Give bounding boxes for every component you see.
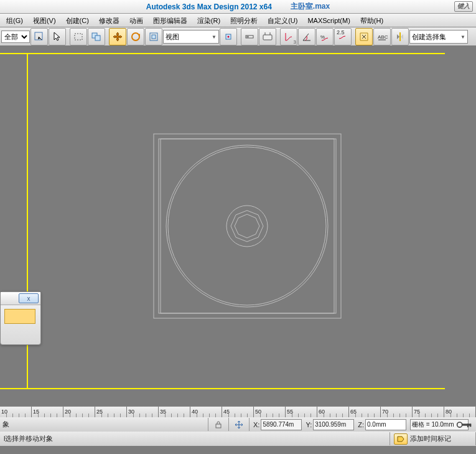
percent-snap-btn[interactable]: %	[316, 28, 334, 45]
ref-coord-system-combo[interactable]: 视图	[163, 30, 219, 44]
ruler-tick: 80	[444, 407, 476, 418]
named-selection-label: 创建选择集	[412, 32, 446, 42]
ruler-tick: 65	[349, 407, 381, 418]
lock-icon[interactable]	[214, 420, 223, 429]
time-tag-label[interactable]: 添加时间标记	[410, 434, 451, 443]
svg-rect-22	[216, 424, 221, 428]
svg-rect-11	[263, 35, 272, 40]
ruler-tick: 45	[222, 407, 254, 418]
snap3-icon	[283, 31, 294, 42]
key-override-icon	[262, 31, 273, 42]
named-sel-edit-btn[interactable]	[355, 28, 373, 45]
select-and-rotate-btn[interactable]	[127, 28, 144, 45]
select-object-btn[interactable]	[49, 28, 66, 45]
time-ruler[interactable]: 101520253035404550556065707580	[0, 406, 476, 419]
palette-swatch[interactable]	[4, 309, 35, 324]
y-coord-field[interactable]: 3100.959m	[313, 419, 354, 430]
main-toolbar: 全部 视图 3 %	[0, 27, 476, 47]
svg-rect-26	[470, 423, 471, 427]
floating-palette[interactable]: x	[0, 291, 41, 345]
menu-modifiers[interactable]: 修改器	[94, 14, 124, 27]
ruler-tick: 25	[95, 407, 127, 418]
app-title: Autodesk 3ds Max Design 2012 x64	[146, 2, 272, 11]
status-bar-prompt: l选择并移动对象 添加时间标记	[0, 432, 476, 446]
angle-snap-icon	[301, 31, 312, 42]
menu-maxscript[interactable]: MAXScript(M)	[302, 14, 355, 27]
cursor-icon	[52, 31, 63, 42]
palette-titlebar[interactable]: x	[1, 292, 40, 305]
menu-view[interactable]: 视图(V)	[28, 14, 61, 27]
palette-close-btn[interactable]: x	[19, 293, 39, 303]
svg-marker-20	[231, 210, 263, 242]
mirror-btn[interactable]	[391, 28, 409, 45]
spinner-snap-icon	[337, 32, 348, 44]
viewport-border-bottom	[0, 388, 445, 389]
select-and-move-btn[interactable]	[109, 28, 126, 45]
svg-point-23	[457, 422, 462, 427]
add-time-tag-btn[interactable]	[394, 433, 408, 445]
menu-render[interactable]: 渲染(R)	[192, 14, 225, 27]
selection-filter-select[interactable]: 全部	[1, 31, 30, 43]
prompt-text: l选择并移动对象	[4, 434, 53, 443]
window-icon	[91, 31, 102, 42]
x-coord-field[interactable]: 5890.774m	[261, 419, 302, 430]
named-sel-dropdown-btn[interactable]: ABC	[373, 28, 391, 45]
window-toggle-btn[interactable]	[88, 28, 105, 45]
status-bar-coords: 象 X: 5890.774m Y: 3100.959m Z: 0.0mm 栅格 …	[0, 417, 476, 432]
key-icon[interactable]	[456, 420, 472, 430]
z-coord-field[interactable]: 0.0mm	[365, 419, 406, 430]
rect-region-btn[interactable]	[70, 28, 87, 45]
menu-help[interactable]: 帮助(H)	[355, 14, 388, 27]
ruler-tick: 10	[0, 407, 32, 418]
z-label: Z:	[354, 421, 365, 428]
angle-snap-btn[interactable]	[298, 28, 315, 45]
svg-point-18	[168, 147, 326, 305]
svg-point-19	[226, 206, 268, 247]
svg-rect-16	[161, 139, 334, 313]
ref-coord-label: 视图	[166, 32, 179, 42]
ruler-tick: 60	[317, 407, 349, 418]
status-left-label: 象	[2, 420, 9, 429]
named-sel-icon	[358, 31, 370, 42]
keyboard-shortcut-override-btn[interactable]	[259, 28, 276, 45]
svg-point-4	[132, 33, 139, 40]
type-keyword-btn[interactable]: 键入	[454, 1, 473, 12]
y-label: Y:	[302, 421, 313, 428]
ruler-tick: 75	[413, 407, 444, 418]
svg-marker-21	[235, 214, 259, 238]
ruler-tick: 40	[190, 407, 222, 418]
select-window-crossing-btn[interactable]	[30, 28, 48, 45]
named-selection-combo[interactable]: 创建选择集	[409, 30, 468, 44]
abc-icon: ABC	[376, 31, 388, 42]
snap-toggle-btn[interactable]: 3	[280, 28, 297, 45]
viewport[interactable]: x	[0, 45, 476, 406]
mirror-icon	[394, 31, 406, 42]
menu-animation[interactable]: 动画	[124, 14, 148, 27]
svg-rect-6	[152, 35, 156, 39]
pivot-icon	[223, 31, 234, 42]
menu-create[interactable]: 创建(C)	[61, 14, 94, 27]
ruler-tick: 35	[159, 407, 190, 418]
ruler-tick: 70	[381, 407, 413, 418]
wireframe-object[interactable]	[152, 133, 342, 319]
tag-icon	[397, 436, 404, 442]
menu-customize[interactable]: 自定义(U)	[263, 14, 302, 27]
svg-point-10	[246, 35, 249, 38]
transform-type-in-icon[interactable]	[234, 420, 244, 430]
spinner-snap-btn[interactable]: 2.5	[334, 28, 352, 45]
svg-rect-25	[467, 423, 469, 427]
menu-grapheditor[interactable]: 图形编辑器	[148, 14, 192, 27]
use-pivot-center-btn[interactable]	[220, 28, 237, 45]
select-and-manipulate-btn[interactable]	[241, 28, 258, 45]
svg-text:%: %	[320, 34, 325, 40]
menu-lighting[interactable]: 照明分析	[225, 14, 263, 27]
file-name: 主卧室.max	[291, 1, 330, 12]
svg-rect-15	[159, 139, 336, 313]
rect-dashed-icon	[73, 31, 84, 42]
menubar: 组(G) 视图(V) 创建(C) 修改器 动画 图形编辑器 渲染(R) 照明分析…	[0, 14, 476, 27]
select-and-scale-btn[interactable]	[145, 28, 162, 45]
x-label: X:	[250, 421, 261, 428]
ruler-tick: 20	[63, 407, 95, 418]
viewport-border-top	[0, 53, 445, 54]
menu-group[interactable]: 组(G)	[1, 14, 28, 27]
